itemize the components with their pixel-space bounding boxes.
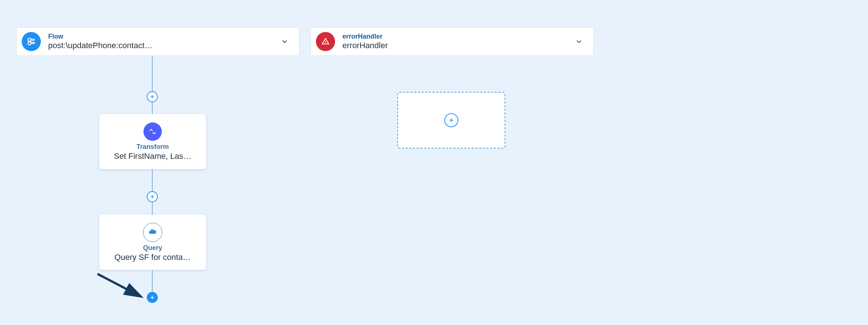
transform-node[interactable]: Transform Set FirstName, Las… [99, 114, 206, 169]
query-node[interactable]: Query Query SF for conta… [99, 215, 206, 270]
connector-line [152, 270, 153, 292]
plus-icon [444, 113, 458, 127]
query-node-label: Query SF for conta… [114, 253, 191, 262]
query-node-type: Query [143, 244, 162, 252]
connector-line [152, 56, 153, 93]
transform-node-type: Transform [136, 143, 169, 151]
transform-icon [143, 122, 162, 141]
chevron-down-icon[interactable] [281, 38, 289, 46]
error-header-text: errorHandler errorHandler [342, 33, 575, 50]
error-header-box[interactable]: errorHandler errorHandler [310, 27, 594, 56]
svg-rect-0 [28, 38, 31, 41]
add-node-end-button[interactable] [147, 292, 158, 303]
error-header-label: errorHandler [342, 33, 575, 41]
flow-header-label: Flow [48, 33, 281, 41]
add-node-button[interactable] [147, 91, 158, 102]
flow-header-value: post:\updatePhone:contact… [48, 41, 281, 50]
svg-rect-3 [28, 42, 31, 45]
flow-icon [22, 32, 41, 51]
flow-header-box[interactable]: Flow post:\updatePhone:contact… [16, 27, 299, 56]
warning-icon [316, 32, 335, 51]
error-dropzone[interactable] [397, 92, 505, 149]
transform-node-label: Set FirstName, Las… [114, 151, 191, 161]
add-node-button[interactable] [147, 191, 158, 202]
svg-line-15 [97, 274, 140, 296]
flow-header-text: Flow post:\updatePhone:contact… [48, 33, 281, 50]
svg-rect-2 [32, 42, 35, 43]
connector-line [152, 169, 153, 191]
svg-rect-1 [32, 39, 35, 40]
chevron-down-icon[interactable] [575, 38, 583, 46]
annotation-arrow-icon [96, 272, 154, 312]
cloud-icon [143, 223, 162, 242]
flow-canvas: Flow post:\updatePhone:contact… errorHan… [0, 0, 868, 325]
error-header-value: errorHandler [342, 41, 575, 50]
